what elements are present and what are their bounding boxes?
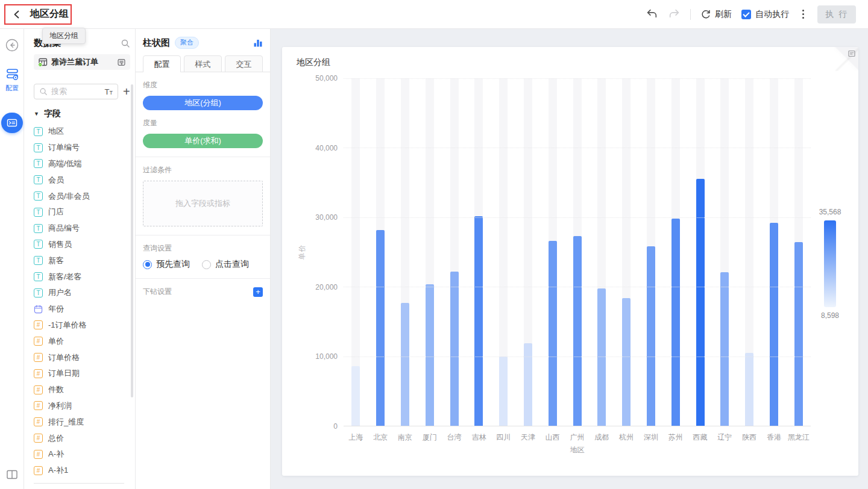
field-item[interactable]: #-1订单价格 [34,317,135,334]
field-item[interactable]: T会员 [34,172,135,188]
x-axis-title: 地区 [344,445,811,455]
field-item[interactable]: T门店 [34,204,135,220]
tab-配置[interactable]: 配置 [143,55,181,72]
text-size-filter-icon[interactable]: TT [105,88,113,96]
field-item[interactable]: #A-补1 [34,463,135,479]
y-axis-title: 单价 [297,244,307,260]
field-search-input[interactable]: 搜索 TT [34,84,118,99]
field-item[interactable]: 年份 [34,301,135,317]
undo-button[interactable] [646,8,658,20]
search-placeholder: 搜索 [51,86,101,97]
x-axis-label: 厦门 [417,432,442,443]
switch-dataset-button[interactable] [117,58,126,67]
bar-深圳[interactable] [647,246,655,426]
search-icon [39,87,48,96]
collapse-back-button[interactable] [5,38,19,52]
bar-成都[interactable] [597,288,606,426]
bar-吉林[interactable] [474,216,483,426]
x-axis-label: 天津 [516,432,541,443]
refresh-button[interactable]: 刷新 [700,9,732,20]
more-menu-button[interactable] [799,8,808,20]
drilldown-label: 下钻设置 [143,287,172,297]
tab-交互[interactable]: 交互 [225,55,263,72]
filter-dropzone[interactable]: 拖入字段或指标 [143,181,263,226]
x-axis-label: 香港 [762,432,787,443]
field-item[interactable]: T用户名 [34,285,135,301]
x-axis-label: 苏州 [663,432,688,443]
x-axis-label: 上海 [344,432,368,443]
card-corner-note-button[interactable] [834,47,858,71]
x-axis-label: 辽宁 [712,432,737,443]
bar-广州[interactable] [573,236,582,426]
bar-杭州[interactable] [622,298,631,426]
circle-back-icon [5,38,19,52]
bar-苏州[interactable] [671,219,680,426]
field-item[interactable]: #排行_维度 [34,414,135,430]
legend-min-label: 8,598 [811,311,849,320]
field-item[interactable]: T销售员 [34,237,135,253]
dataset-item[interactable]: 雅诗兰黛订单 [34,54,130,70]
triangle-down-icon: ▼ [34,111,39,117]
top-header: 地区分组 刷新 自动执行 执 行 [0,0,868,29]
field-list-divider [34,483,124,484]
bar-西藏[interactable] [696,179,705,426]
bar-香港[interactable] [770,223,778,426]
execute-button[interactable]: 执 行 [817,5,856,23]
field-label: 单价 [48,336,64,347]
field-item[interactable]: #A-补 [34,446,135,463]
radio-点击查询[interactable]: 点击查询 [202,259,249,270]
redo-button[interactable] [668,8,681,20]
bar-厦门[interactable] [426,284,434,426]
field-label: 总价 [48,433,64,444]
bar-黑龙江[interactable] [794,242,803,426]
bar-陕西[interactable] [745,353,753,426]
field-item[interactable]: #订单价格 [34,349,135,366]
chart-type-picker-button[interactable] [253,38,263,48]
category-column [688,78,712,426]
field-item[interactable]: T订单编号 [34,140,135,156]
measure-pill[interactable]: 单价(求和) [143,134,263,148]
dimension-pill[interactable]: 地区(分组) [143,96,263,110]
bar-台湾[interactable] [450,272,459,426]
bar-南京[interactable] [401,303,409,426]
dataset-search-button[interactable] [121,39,130,48]
field-item[interactable]: #单价 [34,333,135,349]
bar-四川[interactable] [499,357,508,426]
bar-辽宁[interactable] [720,272,729,426]
radio-icon[interactable] [202,260,211,269]
auto-execute-label: 自动执行 [755,9,789,20]
radio-预先查询[interactable]: 预先查询 [143,259,190,270]
fields-section-label: 字段 [44,108,61,119]
field-item[interactable]: #净利润 [34,398,135,414]
field-item[interactable]: T新客/老客 [34,269,135,285]
add-drilldown-button[interactable]: + [253,287,263,297]
field-list-scrollbar[interactable] [131,84,133,397]
bar-北京[interactable] [376,230,385,426]
field-label: -1订单价格 [48,320,87,331]
field-item[interactable]: T商品编号 [34,220,135,237]
aggregate-badge: 聚合 [175,37,199,49]
back-button[interactable] [12,10,22,19]
checkbox-checked-icon[interactable] [741,10,751,19]
add-field-button[interactable]: + [123,86,130,98]
field-item[interactable]: T高端/低端 [34,156,135,172]
field-item[interactable]: #件数 [34,382,135,398]
field-item[interactable]: #订单日期 [34,366,135,382]
layout-toggle-button[interactable] [6,469,18,481]
field-item[interactable]: T新客 [34,252,135,269]
auto-execute-toggle[interactable]: 自动执行 [741,9,789,20]
tab-样式[interactable]: 样式 [184,55,222,72]
gridline [344,78,811,79]
fields-section-header[interactable]: ▼ 字段 [34,108,135,119]
field-item[interactable]: #总价 [34,430,135,446]
rail-item-chart-config-active[interactable] [1,113,23,133]
category-column [516,78,541,426]
radio-icon[interactable] [143,260,152,269]
bar-上海[interactable] [351,366,360,426]
field-item[interactable]: T地区 [34,123,135,140]
field-item[interactable]: T会员/非会员 [34,188,135,204]
x-axis-label: 山西 [540,432,565,443]
rail-item-config[interactable]: 配置 [0,67,24,93]
bar-山西[interactable] [549,241,557,426]
field-label: 会员/非会员 [48,191,90,202]
